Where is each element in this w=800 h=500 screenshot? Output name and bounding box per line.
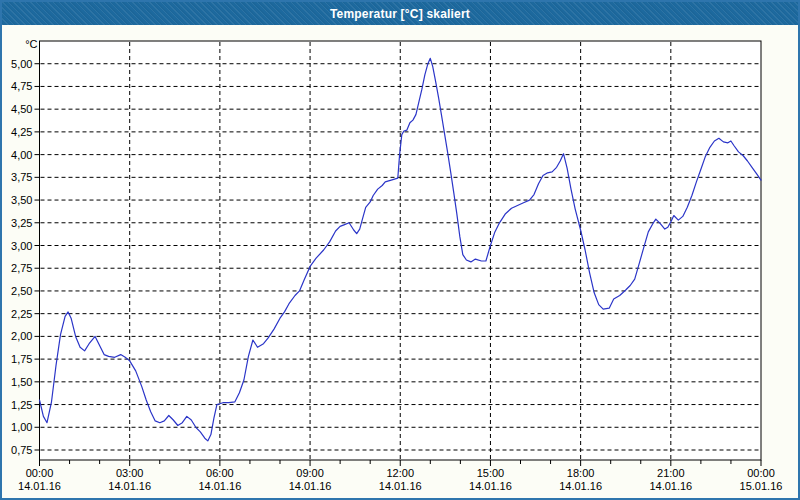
y-tick-label: 1,50: [11, 376, 32, 388]
chart-area: 0,751,001,251,501,752,002,252,502,753,00…: [2, 25, 798, 498]
app-window: Temperatur [°C] skaliert 0,751,001,251,5…: [0, 0, 800, 500]
y-tick-label: 1,75: [11, 353, 32, 365]
y-tick-label: 1,00: [11, 421, 32, 433]
y-tick-label: 1,25: [11, 399, 32, 411]
window-title: Temperatur [°C] skaliert: [330, 7, 470, 21]
y-tick-label: 2,50: [11, 285, 32, 297]
y-tick-label: 2,75: [11, 262, 32, 274]
y-tick-label: 0,75: [11, 444, 32, 456]
y-tick-label: 2,00: [11, 330, 32, 342]
y-tick-label: 3,25: [11, 217, 32, 229]
y-tick-label: 3,00: [11, 240, 32, 252]
y-tick-label: 5,00: [11, 58, 32, 70]
x-tick-time-label: 03:00: [116, 467, 144, 479]
x-tick-time-label: 12:00: [386, 467, 414, 479]
y-tick-label: 3,75: [11, 171, 32, 183]
y-tick-label: 4,75: [11, 80, 32, 92]
chart-canvas: 0,751,001,251,501,752,002,252,502,753,00…: [2, 25, 798, 498]
x-tick-time-label: 09:00: [296, 467, 324, 479]
y-tick-label: 4,25: [11, 126, 32, 138]
x-tick-date-label: 15.01.16: [740, 480, 783, 492]
y-tick-label: 4,00: [11, 149, 32, 161]
x-tick-time-label: 15:00: [477, 467, 505, 479]
x-tick-time-label: 00:00: [747, 467, 775, 479]
x-tick-date-label: 14.01.16: [649, 480, 692, 492]
x-tick-date-label: 14.01.16: [289, 480, 332, 492]
x-tick-time-label: 06:00: [206, 467, 234, 479]
x-tick-date-label: 14.01.16: [198, 480, 241, 492]
x-tick-date-label: 14.01.16: [469, 480, 512, 492]
title-bar: Temperatur [°C] skaliert: [2, 2, 798, 25]
y-tick-label: 4,50: [11, 103, 32, 115]
x-tick-date-label: 14.01.16: [559, 480, 602, 492]
x-tick-time-label: 18:00: [567, 467, 595, 479]
y-tick-label: 3,50: [11, 194, 32, 206]
x-tick-date-label: 14.01.16: [108, 480, 151, 492]
x-tick-date-label: 14.01.16: [18, 480, 61, 492]
x-tick-date-label: 14.01.16: [379, 480, 422, 492]
x-tick-time-label: 21:00: [657, 467, 685, 479]
plot-area: [40, 41, 762, 460]
x-tick-time-label: 00:00: [26, 467, 54, 479]
y-tick-label: 2,25: [11, 308, 32, 320]
y-axis-unit-label: °C: [25, 38, 37, 50]
